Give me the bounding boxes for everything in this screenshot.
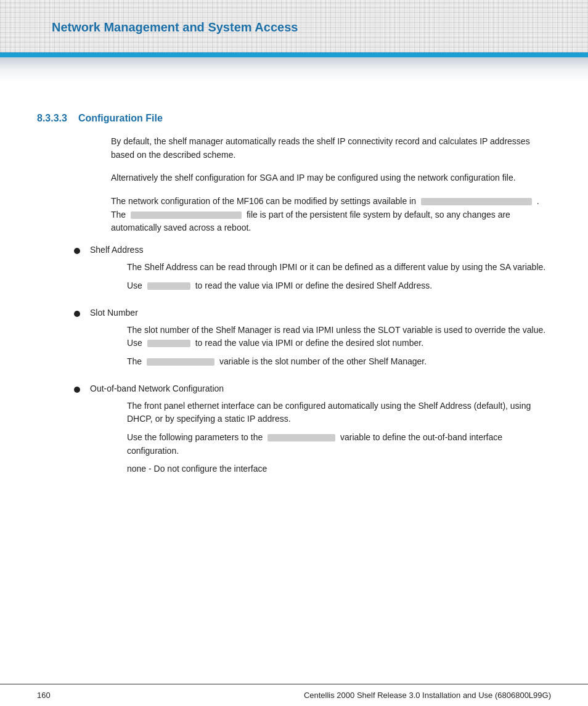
bullet-dot — [74, 311, 80, 317]
page-title: Network Management and System Access — [0, 9, 588, 41]
paragraph-3: The network configuration of the MF106 c… — [111, 195, 551, 235]
section-title: Configuration File — [78, 113, 163, 124]
bullet-item-oob: Out-of-band Network Configuration The fr… — [74, 384, 551, 476]
page-header: Network Management and System Access — [0, 0, 588, 52]
bullet-item-slot-number: Slot Number The slot number of the Shelf… — [74, 308, 551, 369]
bullet-content-oob: The front panel ethernet interface can b… — [127, 400, 551, 476]
code-placeholder-1 — [421, 198, 532, 205]
code-placeholder-5 — [147, 358, 214, 366]
footer-page-number: 160 — [37, 691, 51, 700]
main-content: 8.3.3.3 Configuration File By default, t… — [0, 82, 588, 528]
page-footer: 160 Centellis 2000 Shelf Release 3.0 Ins… — [0, 684, 588, 706]
bullet-label-slot-number: Slot Number — [90, 308, 138, 318]
code-placeholder-6 — [267, 434, 335, 441]
section-number: 8.3.3.3 — [37, 113, 67, 124]
code-placeholder-3 — [147, 282, 190, 290]
bullet-item-shelf-address: Shelf Address The Shelf Address can be r… — [74, 245, 551, 292]
bullet-label-oob: Out-of-band Network Configuration — [90, 384, 224, 393]
section-heading: 8.3.3.3 Configuration File — [37, 113, 551, 124]
paragraph-1: By default, the shelf manager automatica… — [111, 135, 551, 162]
bullet-content-shelf-address: The Shelf Address can be read through IP… — [127, 261, 551, 292]
header-bar — [0, 52, 588, 57]
bullet-dot — [74, 387, 80, 393]
code-placeholder-4 — [147, 340, 190, 347]
bullet-content-slot-number: The slot number of the Shelf Manager is … — [127, 324, 551, 369]
bullet-dot — [74, 248, 80, 254]
footer-book-info: Centellis 2000 Shelf Release 3.0 Install… — [304, 691, 551, 700]
bullet-list: Shelf Address The Shelf Address can be r… — [74, 245, 551, 476]
code-placeholder-2 — [131, 211, 242, 219]
header-shadow — [0, 57, 588, 82]
bullet-label-shelf-address: Shelf Address — [90, 245, 143, 255]
paragraph-2: Alternatively the shelf configuration fo… — [111, 171, 551, 185]
